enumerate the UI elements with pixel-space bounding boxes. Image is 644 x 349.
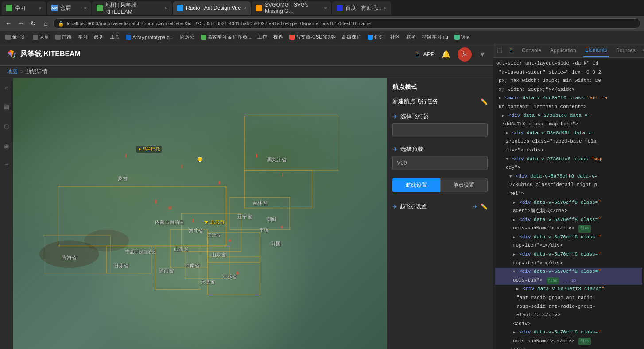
map-label-shandong: 山东省 — [211, 252, 226, 258]
payload-icon: ✈ — [392, 146, 398, 153]
bookmark-label-xuexi: 学习 — [78, 34, 88, 40]
devtools-device-btn[interactable]: 📱 — [508, 47, 515, 54]
address-bar-row: ← → ↻ ⌂ 🔒 localhost:9630/map/base/dispat… — [0, 16, 644, 31]
back-button[interactable]: ← — [4, 19, 13, 28]
tab-baidu[interactable]: 百度 - 有贴吧... × — [332, 1, 391, 15]
app-body: « ▦ ⬡ ◉ ≡ — [0, 78, 493, 349]
devtools-tab-elements[interactable]: Elements — [583, 43, 609, 57]
svg-point-21 — [168, 206, 172, 210]
tab-close-map[interactable]: × — [165, 5, 167, 11]
devtools-line-24: rop-item">…</div> — [495, 259, 642, 268]
tab-btn-route[interactable]: 航线设置 — [392, 178, 440, 192]
avatar[interactable]: 头 — [458, 47, 472, 62]
map-container[interactable]: 蒙古 黑龙江省 ● 乌兰巴托 内蒙古自治区 吉林省 辽宁省 ★ 北京市 天津市 … — [13, 78, 387, 349]
triangle-ader[interactable] — [513, 200, 515, 205]
app-phone-btn[interactable]: 📱 APP — [414, 51, 435, 58]
bookmark-csdn[interactable]: 写文章-CSDN博客 — [287, 33, 338, 41]
drone-select-box[interactable] — [392, 123, 488, 137]
bell-icon[interactable]: 🔔 — [442, 50, 450, 58]
bookmark-label-gongju: 工具 — [110, 34, 120, 40]
bookmark-shijie[interactable]: 视界 — [271, 33, 286, 41]
tab-xuexi[interactable]: 学习 × — [2, 1, 46, 15]
sidebar-icon-4[interactable]: ≡ — [1, 160, 12, 171]
bookmark-label-dingding: 钉钉 — [374, 34, 384, 40]
bookmark-afang[interactable]: 阿房公 — [177, 33, 197, 41]
triangle-div-map2d[interactable] — [506, 130, 508, 136]
triangle-div-map[interactable] — [502, 113, 504, 118]
triangle-dropitem2[interactable] — [513, 252, 515, 257]
triangle-detail-panel[interactable] — [509, 174, 512, 179]
svg-point-22 — [281, 226, 283, 229]
bookmark-dingding[interactable]: 钉钉 — [365, 33, 387, 41]
tab-close-baidu[interactable]: × — [384, 5, 387, 11]
tab-map[interactable]: 地图 | 风筝线 KITEBEAM × — [92, 1, 172, 15]
tab-close-radio[interactable]: × — [244, 5, 246, 11]
map-label-north-korea: 朝鲜 — [267, 216, 277, 223]
tab-hexie[interactable]: AtC 盒屑 × — [47, 1, 91, 15]
bookmark-frontend[interactable]: 前端 — [53, 33, 74, 41]
bookmark-jinyuhui[interactable]: 金宇汇 — [3, 33, 29, 41]
bookmark-xuexi[interactable]: 学习 — [75, 33, 90, 41]
tab-radio[interactable]: Radio · Ant Design Vue × — [173, 1, 251, 15]
tab-favicon-svgomg — [256, 5, 262, 11]
takeoff-drone-icon[interactable]: ✈ — [473, 203, 478, 210]
sidebar-icon-2[interactable]: ⬡ — [1, 121, 12, 132]
home-button[interactable]: ⌂ — [41, 19, 50, 28]
bookmark-gaoxiao[interactable]: 高效学习 & 程序员... — [198, 33, 254, 41]
tab-close-svgomg[interactable]: × — [324, 5, 327, 11]
bookmark-zhengwu[interactable]: 政务 — [91, 33, 106, 41]
devtools-line-27: roup-solid ant-radio-group- — [495, 302, 642, 311]
bookmark-label-shijie: 视界 — [273, 34, 283, 40]
select-payload-section: ✈ 选择负载 M30 — [392, 142, 488, 170]
tab-btn-point[interactable]: 单点设置 — [440, 178, 488, 192]
payload-select-box[interactable]: M30 — [392, 156, 488, 170]
tab-svgomg[interactable]: SVGOMG - SVG's Missing G... × — [252, 1, 331, 15]
address-bar[interactable]: 🔒 localhost:9630/map/base/dispatch?from=… — [53, 18, 640, 29]
devtools-content[interactable]: out-sider ant-layout-sider-dark" id "a-l… — [493, 58, 644, 349]
bookmark-m[interactable]: Array.prototype.p... — [123, 34, 176, 41]
sidebar-icon-expand[interactable]: « — [1, 82, 12, 93]
bookmark-liankao[interactable]: 联考 — [403, 33, 419, 41]
devtools-line-2: "a-layout-sider" style="flex: 0 0 2 — [495, 68, 642, 77]
tab-favicon-radio — [177, 5, 183, 11]
triangle-div-mapbody[interactable] — [506, 156, 508, 162]
bookmark-dajiu[interactable]: 大舅 — [30, 33, 52, 41]
breadcrumb-current: 航线详情 — [26, 68, 47, 75]
bookmark-shequ[interactable]: 社区 — [388, 33, 403, 41]
triangle-radiogroup[interactable] — [516, 286, 519, 291]
bookmark-favicon-vue — [454, 35, 460, 40]
triangle-subname2[interactable] — [513, 330, 515, 335]
forward-button[interactable]: → — [16, 19, 26, 28]
bookmark-gongju[interactable]: 工具 — [107, 33, 122, 41]
tab-close-xuexi[interactable]: × — [39, 5, 42, 11]
devtools-tab-console[interactable]: Console — [520, 43, 543, 57]
sidebar-icon-3[interactable]: ◉ — [1, 141, 12, 151]
triangle-main[interactable] — [499, 95, 501, 101]
devtools-line-18: ader">航点模式</div> — [495, 207, 642, 216]
dropdown-icon[interactable]: ▼ — [479, 50, 486, 58]
takeoff-icons: ✈ ✏️ — [473, 203, 488, 210]
bookmark-course[interactable]: 高级课程 — [339, 33, 364, 41]
tab-close-hexie[interactable]: × — [84, 5, 87, 11]
new-task-section: 新建航点飞行任务 ✏️ — [392, 97, 488, 105]
triangle-toolstab[interactable] — [513, 269, 515, 274]
devtools-inspect-btn[interactable]: ⬚ — [497, 47, 502, 54]
devtools-tab-application[interactable]: Application — [548, 43, 578, 57]
bookmark-vue[interactable]: Vue — [452, 34, 472, 41]
tab-label-radio: Radio · Ant Design Vue — [186, 5, 241, 11]
triangle-dropitem1[interactable] — [513, 234, 515, 240]
devtools-line-highlighted: <div data-v-5a76eff8 class=" — [495, 268, 642, 276]
breadcrumb-parent[interactable]: 地图 — [7, 68, 18, 75]
reload-button[interactable]: ↻ — [28, 19, 38, 28]
map-label-mongolia: 蒙古 — [118, 175, 128, 182]
bookmark-gongzuo[interactable]: 工作 — [255, 33, 270, 41]
new-task-edit-icon[interactable]: ✏️ — [481, 98, 488, 105]
tab-favicon-map — [97, 5, 103, 11]
sidebar-icon-1[interactable]: ▦ — [1, 102, 12, 112]
devtools-tab-sources[interactable]: Sources — [614, 43, 637, 57]
devtools-line-21: <div data-v-5a76eff8 class=" — [495, 233, 642, 242]
takeoff-edit-icon[interactable]: ✏️ — [481, 203, 488, 210]
triangle-subname1[interactable] — [513, 217, 515, 222]
map-label-beijing: ★ 北京市 — [204, 219, 225, 225]
bookmark-learning[interactable]: 持续学习ing — [419, 33, 451, 41]
